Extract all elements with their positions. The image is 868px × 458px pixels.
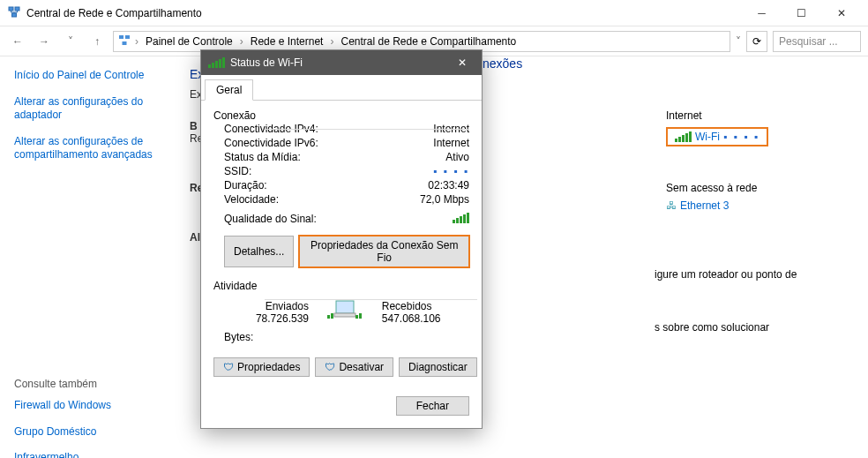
ipv4-value: Internet xyxy=(433,123,469,135)
sidebar-firewall-link[interactable]: Firewall do Windows xyxy=(14,399,158,413)
ipv6-label: Conectividade IPv6: xyxy=(224,137,318,149)
connection-group-label: Conexão xyxy=(213,109,261,122)
sidebar-homegroup-link[interactable]: Grupo Doméstico xyxy=(14,425,158,439)
speed-label: Velocidade: xyxy=(224,193,279,206)
heading-right-partial: nexões xyxy=(483,56,522,71)
close-dialog-button[interactable]: Fechar xyxy=(396,396,469,416)
svg-rect-5 xyxy=(123,41,127,45)
ssid-masked: ▪ ▪ ▪ ▪ xyxy=(723,131,760,143)
forward-button[interactable]: → xyxy=(34,31,55,52)
crumb-control-panel[interactable]: Painel de Controle xyxy=(142,34,236,49)
svg-rect-0 xyxy=(9,7,13,11)
svg-rect-15 xyxy=(355,315,358,319)
duration-label: Duração: xyxy=(224,179,267,191)
activity-group: Atividade Enviados 78.726.539 Recebidos … xyxy=(213,280,477,380)
signal-value xyxy=(453,213,469,226)
duration-value: 02:33:49 xyxy=(428,179,469,191)
wifi-connection-link[interactable]: Wi-Fi ▪ ▪ ▪ ▪ xyxy=(666,127,768,146)
wifi-signal-icon xyxy=(675,131,692,142)
svg-rect-2 xyxy=(12,13,17,17)
network-center-icon xyxy=(117,33,131,49)
details-button[interactable]: Detalhes... xyxy=(224,236,294,267)
no-access-label: Sem acesso à rede xyxy=(666,182,768,194)
disable-button[interactable]: 🛡Desativar xyxy=(315,357,393,377)
recv-value: 547.068.106 xyxy=(382,312,461,325)
sidebar-sharing-link[interactable]: Alterar as configurações de compartilham… xyxy=(14,135,158,162)
ssid-value: ▪ ▪ ▪ ▪ xyxy=(433,165,469,177)
shield-icon: 🛡 xyxy=(223,361,234,373)
activity-group-label: Atividade xyxy=(213,280,262,292)
see-also-label: Consulte também xyxy=(14,378,158,390)
chevron-right-icon: › xyxy=(330,35,333,48)
router-text: igure um roteador ou ponto de xyxy=(655,268,797,281)
ethernet-icon: 🖧 xyxy=(666,199,677,212)
breadcrumb[interactable]: › Painel de Controle › Rede e Internet ›… xyxy=(113,31,730,52)
sidebar-adapter-link[interactable]: Alterar as configurações do adaptador xyxy=(14,95,158,123)
sidebar: Início do Painel de Controle Alterar as … xyxy=(0,56,172,458)
wifi-link-text[interactable]: Wi-Fi xyxy=(695,131,720,143)
dialog-tabs: Geral xyxy=(201,75,482,101)
wireless-properties-button[interactable]: Propriedades da Conexão Sem Fio xyxy=(299,236,469,267)
svg-rect-12 xyxy=(334,313,355,317)
svg-rect-4 xyxy=(125,35,130,39)
troubleshoot-text: s sobre como solucionar xyxy=(655,321,769,334)
diagnose-button[interactable]: Diagnosticar xyxy=(399,357,477,377)
sent-label: Enviados xyxy=(229,300,309,312)
sidebar-infrared-link[interactable]: Infravermelho xyxy=(14,451,158,458)
media-value: Ativo xyxy=(445,151,469,163)
shield-icon: 🛡 xyxy=(325,361,335,373)
connection-group: Conexão Conectividade IPv4:Internet Cone… xyxy=(213,109,469,271)
properties-button[interactable]: 🛡Propriedades xyxy=(213,357,310,377)
tab-general[interactable]: Geral xyxy=(205,79,253,101)
wifi-signal-icon xyxy=(208,57,225,68)
speed-value: 72,0 Mbps xyxy=(420,193,469,206)
bytes-label: Bytes: xyxy=(224,331,277,343)
history-dropdown[interactable]: ˅ xyxy=(60,31,81,52)
ssid-label: SSID: xyxy=(224,165,251,177)
chevron-right-icon: › xyxy=(240,35,243,48)
basic-label: B xyxy=(190,120,198,132)
wifi-status-dialog: Status de Wi-Fi ✕ Geral Conexão Conectiv… xyxy=(200,49,483,429)
internet-label: Internet xyxy=(666,109,768,122)
window-title: Central de Rede e Compartilhamento xyxy=(26,7,742,19)
crumb-network-internet[interactable]: Rede e Internet xyxy=(247,34,327,49)
search-input[interactable]: Pesquisar ... xyxy=(773,31,861,52)
minimize-button[interactable]: ─ xyxy=(742,1,782,26)
network-center-icon xyxy=(7,4,21,21)
recv-label: Recebidos xyxy=(382,300,461,312)
activity-computer-icon xyxy=(326,297,364,327)
svg-rect-3 xyxy=(119,35,123,39)
ipv6-value: Internet xyxy=(433,137,469,149)
signal-label: Qualidade do Sinal: xyxy=(224,213,317,226)
back-button[interactable]: ← xyxy=(7,31,28,52)
maximize-button[interactable]: ☐ xyxy=(782,1,821,26)
dialog-title: Status de Wi-Fi xyxy=(230,56,450,69)
refresh-button[interactable]: ⟳ xyxy=(746,31,767,52)
svg-rect-14 xyxy=(331,313,333,319)
svg-rect-13 xyxy=(327,315,330,319)
svg-rect-16 xyxy=(359,313,362,319)
ipv4-label: Conectividade IPv4: xyxy=(224,123,318,135)
dropdown-chevron[interactable]: ˅ xyxy=(736,35,741,48)
up-button[interactable]: ↑ xyxy=(86,31,108,52)
sidebar-home-link[interactable]: Início do Painel de Controle xyxy=(14,69,158,83)
close-button[interactable]: ✕ xyxy=(821,1,861,26)
crumb-network-center[interactable]: Central de Rede e Compartilhamento xyxy=(337,34,520,49)
chevron-right-icon: › xyxy=(135,35,138,48)
media-label: Status da Mídia: xyxy=(224,151,301,163)
sent-value: 78.726.539 xyxy=(229,312,309,325)
svg-rect-11 xyxy=(336,301,354,313)
svg-rect-1 xyxy=(15,7,19,11)
dialog-titlebar[interactable]: Status de Wi-Fi ✕ xyxy=(201,50,482,75)
ethernet-link[interactable]: Ethernet 3 xyxy=(680,199,729,212)
dialog-close-button[interactable]: ✕ xyxy=(450,50,475,75)
titlebar: Central de Rede e Compartilhamento ─ ☐ ✕ xyxy=(0,0,868,26)
